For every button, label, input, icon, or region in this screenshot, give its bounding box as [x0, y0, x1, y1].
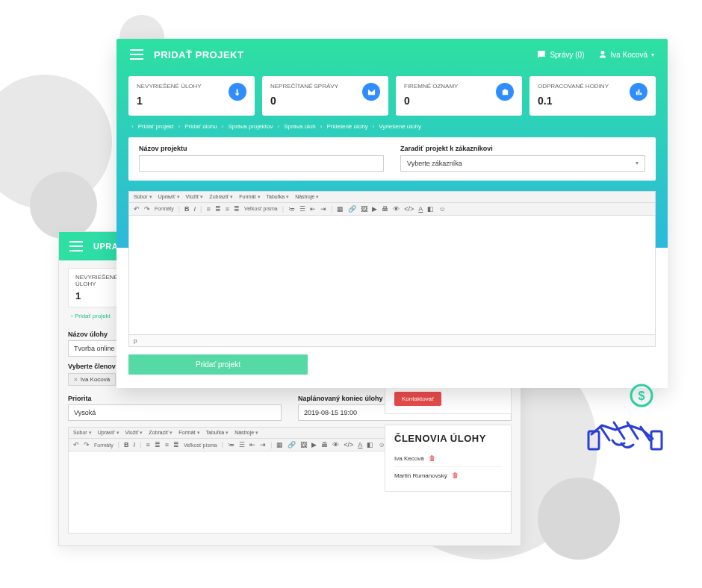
image-icon[interactable]: 🖼	[300, 441, 307, 448]
bg-circle	[30, 172, 97, 239]
rte-toolbar[interactable]: ↶ ↷ Formáty | B I | ≡ ≣ ≡ ≣ Veľkosť písm…	[128, 203, 656, 216]
trash-icon[interactable]: 🗑	[429, 454, 435, 462]
italic-icon[interactable]: I	[134, 441, 136, 448]
stat-card-hours[interactable]: ODPRACOVANÉ HODINY0.1	[529, 76, 656, 116]
stat-card-notices[interactable]: FIREMNÉ OZNAMY0	[396, 76, 522, 116]
rte-menu-item[interactable]: Vložiť	[186, 194, 204, 200]
breadcrumb-item[interactable]: Správa úloh	[284, 123, 316, 130]
rte-menu-item[interactable]: Upraviť	[158, 194, 180, 200]
link-icon[interactable]: 🔗	[348, 205, 356, 213]
trash-icon[interactable]: 🗑	[452, 472, 459, 479]
chip-label: Iva Kocová	[81, 376, 111, 383]
link-icon[interactable]: 🔗	[288, 441, 296, 448]
rte-format-button[interactable]: Formáty	[94, 442, 114, 448]
rte-menu-item[interactable]: Súbor	[73, 430, 92, 436]
align-left-icon[interactable]: ≡	[206, 205, 210, 213]
rte-menu-item[interactable]: Zobraziť	[149, 430, 173, 436]
bg-color-icon[interactable]: ◧	[367, 441, 373, 448]
indent-icon[interactable]: ⇥	[260, 441, 266, 448]
align-justify-icon[interactable]: ≣	[173, 441, 179, 448]
customer-select[interactable]: Vyberte zákazníka ▾	[400, 155, 645, 172]
stat-value: 0	[270, 94, 338, 107]
outdent-icon[interactable]: ⇤	[310, 205, 316, 213]
bullet-list-icon[interactable]: ≔	[228, 441, 234, 448]
italic-icon[interactable]: I	[194, 205, 196, 213]
rte-menu-item[interactable]: Tabuľka	[267, 194, 290, 200]
rte-menu-item[interactable]: Formát	[178, 430, 199, 436]
project-name-input[interactable]	[139, 155, 384, 172]
undo-icon[interactable]: ↶	[134, 205, 140, 213]
breadcrumb-item[interactable]: Správa projektov	[228, 123, 273, 130]
rte-fontsize-button[interactable]: Veľkosť písma	[244, 206, 278, 211]
member-chip[interactable]: ×Iva Kocová	[68, 373, 116, 386]
text-color-icon[interactable]: A	[418, 205, 423, 213]
print-icon[interactable]: 🖶	[321, 441, 328, 448]
stats-row: NEVYRIEŠENÉ ÚLOHY1 NEPREČÍTANÉ SPRÁVY0 F…	[117, 70, 668, 116]
align-right-icon[interactable]: ≡	[165, 441, 169, 448]
rte-menu-item[interactable]: Vložiť	[125, 430, 143, 436]
rte-menubar[interactable]: Súbor Upraviť Vložiť Zobraziť Formát Tab…	[128, 191, 656, 203]
breadcrumb-item[interactable]: Pridať projekt	[75, 313, 111, 319]
align-left-icon[interactable]: ≡	[146, 441, 149, 448]
emoji-icon[interactable]: ☺	[438, 205, 445, 213]
page-title: PRIDAŤ PROJEKT	[154, 49, 243, 60]
user-name: Iva Kocová	[611, 51, 647, 59]
select-placeholder: Vyberte zákazníka	[407, 160, 462, 167]
breadcrumb-item[interactable]: Pridať projekt	[138, 123, 174, 130]
front-window: PRIDAŤ PROJEKT Správy (0) Iva Kocová ▾ N…	[117, 39, 668, 388]
print-icon[interactable]: 🖶	[382, 205, 388, 213]
align-justify-icon[interactable]: ≣	[234, 205, 240, 213]
bullet-list-icon[interactable]: ≔	[288, 205, 295, 213]
media-icon[interactable]: ▶	[372, 205, 377, 213]
rte-format-button[interactable]: Formáty	[155, 206, 174, 211]
outdent-icon[interactable]: ⇤	[249, 441, 255, 448]
rte-menu-item[interactable]: Súbor	[134, 194, 152, 200]
user-menu[interactable]: Iva Kocová ▾	[598, 50, 654, 59]
table-icon[interactable]: ▦	[337, 205, 344, 213]
align-center-icon[interactable]: ≣	[215, 205, 221, 213]
member-name: Iva Kecová	[394, 455, 424, 462]
code-icon[interactable]: </>	[344, 441, 353, 448]
rte-editor[interactable]	[128, 216, 656, 335]
rte-menu-item[interactable]: Zobraziť	[209, 194, 233, 200]
bold-icon[interactable]: B	[184, 205, 190, 213]
menu-icon[interactable]	[69, 241, 83, 251]
rte-fontsize-button[interactable]: Veľkosť písma	[184, 442, 217, 448]
submit-button[interactable]: Pridať projekt	[128, 354, 308, 375]
stat-value: 0.1	[538, 94, 609, 107]
preview-icon[interactable]: 👁	[393, 205, 400, 213]
text-color-icon[interactable]: A	[358, 441, 362, 448]
breadcrumb-item[interactable]: Pridelené úlohy	[327, 123, 368, 130]
redo-icon[interactable]: ↷	[144, 205, 150, 213]
chip-remove-icon[interactable]: ×	[74, 376, 78, 383]
bold-icon[interactable]: B	[124, 441, 129, 448]
breadcrumb-item[interactable]: Pridať úlohu	[184, 123, 217, 130]
preview-icon[interactable]: 👁	[332, 441, 339, 448]
align-center-icon[interactable]: ≣	[155, 441, 161, 448]
undo-icon[interactable]: ↶	[73, 441, 79, 448]
rte-menu-item[interactable]: Tabuľka	[206, 430, 229, 436]
member-name: Martin Rumanovský	[394, 472, 447, 479]
stat-card-messages[interactable]: NEPREČÍTANÉ SPRÁVY0	[262, 76, 388, 116]
breadcrumb: ›Pridať projekt ›Pridať úlohu ›Správa pr…	[117, 116, 668, 137]
number-list-icon[interactable]: ☰	[239, 441, 245, 448]
code-icon[interactable]: </>	[404, 205, 414, 213]
rte-menu-item[interactable]: Nástroje	[234, 430, 258, 436]
image-icon[interactable]: 🖼	[361, 205, 367, 213]
align-right-icon[interactable]: ≡	[226, 205, 229, 213]
messages-button[interactable]: Správy (0)	[537, 50, 584, 59]
indent-icon[interactable]: ⇥	[320, 205, 326, 213]
bg-color-icon[interactable]: ◧	[427, 205, 434, 213]
table-icon[interactable]: ▦	[276, 441, 283, 448]
redo-icon[interactable]: ↷	[84, 441, 90, 448]
priority-input[interactable]	[68, 404, 282, 421]
number-list-icon[interactable]: ☰	[299, 205, 305, 213]
breadcrumb-item[interactable]: Vyriešené úlohy	[379, 123, 421, 130]
rte-menu-item[interactable]: Nástroje	[295, 194, 319, 200]
menu-icon[interactable]	[130, 49, 143, 60]
rte-menu-item[interactable]: Upraviť	[98, 430, 119, 436]
contact-button[interactable]: Kontaktovať	[394, 392, 441, 406]
media-icon[interactable]: ▶	[311, 441, 317, 448]
rte-menu-item[interactable]: Formát	[239, 194, 260, 200]
stat-card-tasks[interactable]: NEVYRIEŠENÉ ÚLOHY1	[128, 76, 255, 116]
